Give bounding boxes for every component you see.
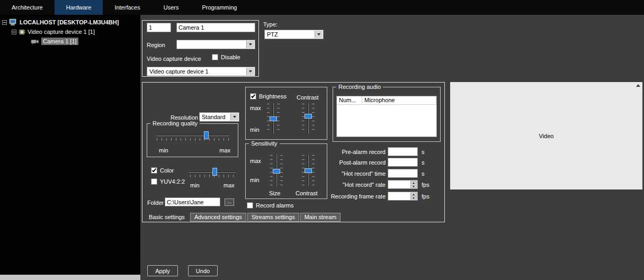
- slider-ticks: [277, 104, 280, 133]
- hot-record-rate-field[interactable]: [388, 180, 418, 189]
- region-label: Region: [147, 42, 165, 49]
- tab-streams-settings[interactable]: Streams settings: [247, 213, 299, 222]
- max-label: max: [250, 105, 261, 112]
- tree-item-camera[interactable]: Camera 1 [1]: [31, 37, 78, 46]
- collapse-icon[interactable]: [2, 20, 7, 25]
- tree-item-localhost[interactable]: LOCALHOST [DESKTOP-LM3U4BH]: [2, 18, 119, 26]
- video-capture-device-combobox[interactable]: Video capture device 1: [147, 67, 255, 76]
- brightness-checkbox[interactable]: Brightness: [250, 93, 287, 100]
- color-checkbox[interactable]: Color: [151, 167, 174, 174]
- color-quality-slider[interactable]: [189, 167, 236, 178]
- recording-frame-rate-field[interactable]: [388, 192, 418, 201]
- tab-advanced-settings[interactable]: Advanced settings: [190, 213, 246, 222]
- post-alarm-record-unit: s: [422, 159, 425, 166]
- brightness-contrast-group: Brightness Contrast max min: [245, 87, 327, 140]
- tree-item-label: LOCALHOST [DESKTOP-LM3U4BH]: [20, 19, 119, 25]
- brightness-slider[interactable]: [267, 102, 280, 135]
- collapse-icon[interactable]: [12, 30, 16, 34]
- checkbox-box[interactable]: [212, 54, 218, 60]
- hot-record-rate-label: "Hot record" rate: [301, 182, 386, 188]
- recording-audio-group: Recording audio Num... Microphone: [333, 87, 441, 142]
- pre-alarm-record-field[interactable]: [388, 147, 418, 156]
- spin-down-icon[interactable]: [410, 196, 417, 200]
- brightness-label: Brightness: [259, 93, 287, 100]
- folder-label: Folder: [147, 200, 164, 206]
- scroll-up-icon[interactable]: [636, 84, 640, 87]
- contrast-slider[interactable]: [302, 102, 315, 135]
- post-alarm-record-label: Post-alarm record: [301, 159, 386, 166]
- tab-users[interactable]: Users: [152, 0, 191, 15]
- tab-hardware[interactable]: Hardware: [55, 0, 103, 15]
- video-preview-panel: Video: [450, 82, 642, 189]
- audio-table-body[interactable]: [337, 105, 436, 137]
- tree-item-video-capture-device[interactable]: Video capture device 1 [1]: [12, 28, 95, 36]
- slider-thumb[interactable]: [273, 169, 280, 174]
- dropdown-arrow-icon[interactable]: [246, 41, 254, 48]
- sensitivity-title: Sensitivity: [249, 140, 280, 147]
- recording-quality-slider[interactable]: [156, 131, 230, 141]
- app-window: { "topbar": { "tabs": [ {"label": "Archi…: [0, 0, 644, 280]
- camera-icon: [31, 39, 39, 44]
- hot-record-rate-spinner[interactable]: [410, 181, 417, 188]
- undo-button[interactable]: Undo: [188, 265, 218, 276]
- recording-frame-rate-label: Recording frame rate: [301, 193, 386, 200]
- resolution-combobox[interactable]: Standard: [199, 112, 239, 122]
- slider-thumb[interactable]: [270, 116, 277, 121]
- camera-name-field[interactable]: [176, 23, 255, 32]
- recording-frame-rate-spinner[interactable]: [410, 193, 417, 200]
- apply-button[interactable]: Apply: [147, 265, 178, 276]
- checkbox-box[interactable]: [250, 93, 256, 100]
- checkbox-box[interactable]: [151, 167, 157, 174]
- type-combobox[interactable]: PTZ: [264, 30, 324, 39]
- sensitivity-size-slider[interactable]: [270, 153, 283, 187]
- color-label: Color: [160, 167, 174, 174]
- record-alarms-checkbox[interactable]: Record alarms: [247, 202, 294, 209]
- checkbox-box[interactable]: [247, 202, 253, 209]
- tree-item-label: Camera 1 [1]: [41, 38, 78, 45]
- recording-audio-table[interactable]: Num... Microphone: [336, 96, 437, 137]
- slider-thumb[interactable]: [212, 168, 217, 176]
- min-label: min: [159, 147, 168, 154]
- bottom-left-strip: [0, 275, 140, 280]
- post-alarm-record-field[interactable]: [388, 158, 418, 167]
- dropdown-arrow-icon[interactable]: [246, 68, 254, 75]
- column-header-microphone[interactable]: Microphone: [362, 96, 436, 104]
- folder-field[interactable]: [165, 197, 220, 206]
- spin-down-icon[interactable]: [410, 185, 417, 188]
- tab-architecture[interactable]: Architecture: [0, 0, 55, 15]
- tab-basic-settings[interactable]: Basic settings: [145, 212, 189, 222]
- disable-checkbox[interactable]: Disable: [212, 54, 240, 60]
- slider-thumb[interactable]: [204, 131, 209, 139]
- dropdown-arrow-icon[interactable]: [315, 31, 323, 38]
- pre-alarm-record-unit: s: [422, 149, 425, 156]
- recording-frame-rate-unit: fps: [422, 193, 430, 200]
- check-icon: [251, 94, 255, 98]
- hot-record-rate-unit: fps: [422, 182, 430, 188]
- browse-button[interactable]: ...: [225, 198, 234, 206]
- checkbox-box[interactable]: [151, 178, 157, 185]
- camera-settings-panel: Resolution Standard Recording quality mi…: [142, 82, 445, 222]
- spin-up-icon[interactable]: [410, 193, 417, 196]
- spin-up-icon[interactable]: [410, 181, 417, 184]
- top-tab-bar: Architecture Hardware Interfaces Users P…: [0, 0, 644, 15]
- slider-track[interactable]: [156, 135, 230, 136]
- max-label: max: [250, 158, 261, 165]
- max-label: max: [219, 147, 230, 154]
- min-label: min: [250, 127, 260, 133]
- tab-main-stream[interactable]: Main stream: [300, 213, 341, 222]
- tab-interfaces[interactable]: Interfaces: [103, 0, 151, 15]
- tab-programming[interactable]: Programming: [190, 0, 248, 15]
- yuv-checkbox[interactable]: YUV4:2:2: [151, 178, 185, 185]
- capture-device-icon: [19, 29, 25, 35]
- audio-table-header: Num... Microphone: [337, 96, 436, 105]
- slider-ticks: [312, 104, 315, 133]
- settings-tab-bar: Basic settings Advanced settings Streams…: [145, 212, 341, 222]
- region-combobox[interactable]: [176, 40, 255, 49]
- column-header-num[interactable]: Num...: [337, 96, 362, 104]
- slider-thumb[interactable]: [305, 114, 312, 119]
- dropdown-arrow-icon[interactable]: [230, 113, 238, 121]
- camera-id-field[interactable]: [147, 23, 171, 32]
- recording-audio-title: Recording audio: [336, 84, 383, 91]
- hot-record-time-field[interactable]: [388, 169, 418, 178]
- recording-quality-group: Recording quality min max: [147, 123, 238, 157]
